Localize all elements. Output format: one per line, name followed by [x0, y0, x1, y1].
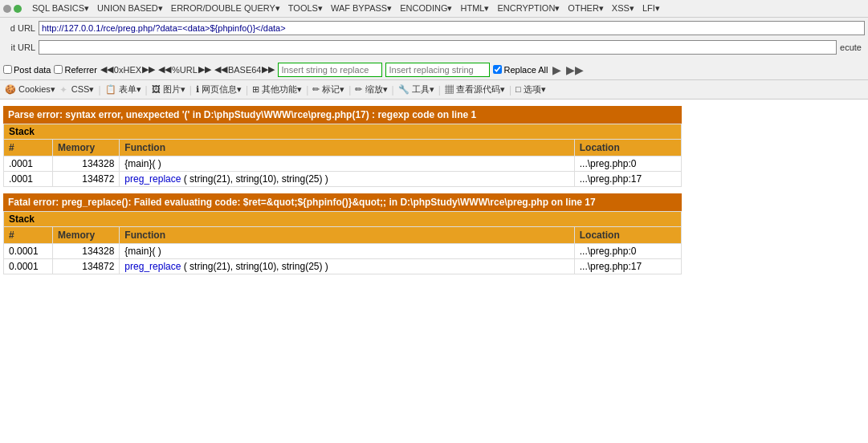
error-1-th-function: Function [120, 140, 574, 156]
menu-error-double[interactable]: ERROR/DOUBLE QUERY▾ [167, 2, 284, 14]
error-1-stack-label: Stack [4, 124, 682, 140]
percent-left-arrow-icon: ◀◀ [158, 64, 171, 75]
error-2-row2-location: ...\preg.php:17 [574, 259, 681, 274]
error-2-row2-func-after: ( string(21), string(10), string(25) ) [181, 261, 328, 272]
error-2-row1-memory: 134328 [53, 244, 120, 259]
toolbar-row-2: 🍪 Cookies▾ ✦ CSS▾ | 📋 表单▾ | 🖼 图片▾ | ℹ 网页… [0, 80, 868, 100]
error-2-th-function: Function [120, 227, 574, 244]
insert-replacing-string-input[interactable] [385, 63, 490, 77]
error-1-th-location: Location [574, 140, 681, 156]
error-2-stack-label: Stack [4, 212, 682, 227]
menu-xss[interactable]: XSS▾ [608, 2, 638, 14]
menu-tools[interactable]: TOOLS▾ [284, 2, 327, 14]
menu-waf-bypass[interactable]: WAF BYPASS▾ [327, 2, 396, 14]
error-2-th-location: Location [574, 227, 681, 244]
tb2-cookies[interactable]: 🍪 Cookies▾ [3, 84, 57, 95]
insert-string-to-replace-input[interactable] [278, 63, 382, 77]
percent-encode-btn[interactable]: ◀◀ %URL ▶▶ [158, 64, 211, 75]
error-2-row1-num: 0.0001 [4, 244, 53, 259]
replace-all-label[interactable]: Replace All [493, 65, 548, 75]
table-row: 0.0001 134872 preg_replace ( string(21),… [4, 259, 682, 274]
tb2-mark[interactable]: ✏ 标记▾ [311, 83, 346, 96]
error-2-col-headers: # Memory Function Location [4, 227, 682, 244]
base64-left-arrow-icon: ◀◀ [214, 64, 227, 75]
error-1-row2-function: preg_replace ( string(21), string(10), s… [120, 172, 574, 187]
error-2-th-memory: Memory [53, 227, 120, 244]
error-2-row2-function: preg_replace ( string(21), string(10), s… [120, 259, 574, 274]
error-1-row2-location: ...\preg.php:17 [574, 172, 681, 187]
error-1-header: Parse error: syntax error, unexpected '(… [3, 106, 682, 124]
execute-button[interactable]: ecute [837, 41, 865, 54]
error-2-row1-function: {main}( ) [120, 244, 574, 259]
menu-union-based[interactable]: UNION BASED▾ [93, 2, 167, 14]
post-data-label: Post data [14, 65, 51, 75]
tb2-images[interactable]: 🖼 图片▾ [150, 83, 187, 96]
error-1-row2-num: .0001 [4, 172, 53, 187]
nav-arrow-right2-btn[interactable]: ▶▶ [565, 63, 585, 76]
menu-sql-basics[interactable]: SQL BASICS▾ [28, 2, 93, 14]
error-block-2: Fatal error: preg_replace(): Failed eval… [3, 193, 865, 274]
window-controls [3, 5, 22, 13]
error-2-table: Stack # Memory Function Location 0.0001 … [3, 211, 682, 274]
table-row: .0001 134328 {main}( ) ...\preg.php:0 [4, 156, 682, 172]
main-content: Parse error: syntax error, unexpected '(… [0, 100, 868, 443]
toolbar-row-1: Post data Referrer ◀◀ 0xHEX ▶▶ ◀◀ %URL ▶… [0, 59, 868, 80]
data-url-input[interactable] [39, 21, 865, 35]
tb2-page-info[interactable]: ℹ 网页信息▾ [194, 83, 243, 96]
referrer-checkbox[interactable] [54, 65, 63, 74]
error-1-row1-function: {main}( ) [120, 156, 574, 172]
error-1-row2-memory: 134872 [53, 172, 120, 187]
replace-all-checkbox[interactable] [493, 65, 502, 74]
it-url-input[interactable] [39, 40, 837, 55]
error-1-row1-memory: 134328 [53, 156, 120, 172]
error-2-stack-row: Stack [4, 212, 682, 227]
base64-encode-btn[interactable]: ◀◀ BASE64 ▶▶ [214, 64, 275, 75]
menu-encryption[interactable]: ENCRYPTION▾ [493, 2, 564, 14]
tb2-options[interactable]: □ 选项▾ [514, 83, 548, 96]
hex-left-arrow-icon: ◀◀ [100, 64, 113, 75]
menu-lfi[interactable]: LFI▾ [638, 2, 664, 14]
nav-arrow-right-btn[interactable]: ▶ [552, 63, 562, 76]
error-1-th-num: # [4, 140, 53, 156]
percent-right-arrow-icon: ▶▶ [198, 64, 211, 75]
base64-right-arrow-icon: ▶▶ [262, 64, 275, 75]
menu-encoding[interactable]: ENCODING▾ [396, 2, 456, 14]
error-2-th-num: # [4, 227, 53, 244]
preg-replace-link-2[interactable]: preg_replace [124, 261, 181, 272]
error-1-table: Stack # Memory Function Location .0001 1… [3, 124, 682, 187]
post-data-checkbox[interactable] [3, 65, 12, 74]
it-url-row: it URL ecute [3, 39, 865, 56]
tb2-view-source[interactable]: ▦ 查看源代码▾ [443, 83, 507, 96]
menu-html[interactable]: HTML▾ [456, 2, 493, 14]
url-section: d URL it URL ecute [0, 18, 868, 59]
error-1-th-memory: Memory [53, 140, 120, 156]
hex-label: 0xHEX [114, 65, 141, 75]
error-2-row1-location: ...\preg.php:0 [574, 244, 681, 259]
hex-right-arrow-icon: ▶▶ [142, 64, 155, 75]
error-1-stack-row: Stack [4, 124, 682, 140]
tb2-zoom[interactable]: ✏ 缩放▾ [353, 83, 389, 96]
table-row: .0001 134872 preg_replace ( string(21), … [4, 172, 682, 187]
error-1-row1-num: .0001 [4, 156, 53, 172]
referrer-checkbox-label[interactable]: Referrer [54, 65, 96, 75]
tb2-css[interactable]: CSS▾ [70, 84, 96, 95]
data-url-row: d URL [3, 19, 865, 37]
error-block-1: Parse error: syntax error, unexpected '(… [3, 106, 865, 187]
menu-bar: SQL BASICS▾ UNION BASED▾ ERROR/DOUBLE QU… [0, 0, 868, 18]
error-2-row2-num: 0.0001 [4, 259, 53, 274]
preg-replace-link-1[interactable]: preg_replace [124, 173, 181, 185]
error-1-col-headers: # Memory Function Location [4, 140, 682, 156]
base64-label: BASE64 [228, 65, 262, 75]
tb2-tools[interactable]: 🔧 工具▾ [397, 83, 436, 96]
menu-other[interactable]: OTHER▾ [564, 2, 608, 14]
tb2-other-features[interactable]: ⊞ 其他功能▾ [251, 83, 304, 96]
referrer-label: Referrer [64, 65, 96, 75]
tb2-form[interactable]: 📋 表单▾ [104, 83, 143, 96]
replace-all-text: Replace All [503, 65, 548, 75]
post-data-checkbox-label[interactable]: Post data [3, 65, 51, 75]
hex-encode-btn[interactable]: ◀◀ 0xHEX ▶▶ [100, 64, 155, 75]
error-2-header: Fatal error: preg_replace(): Failed eval… [3, 193, 682, 211]
dot-green [14, 5, 22, 13]
error-1-row1-location: ...\preg.php:0 [574, 156, 681, 172]
percent-label: %URL [172, 65, 198, 75]
